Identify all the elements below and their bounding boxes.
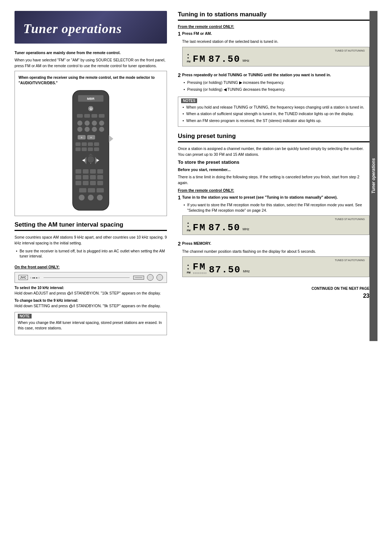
svg-rect-27: [82, 147, 87, 151]
svg-point-55: [97, 195, 103, 200]
on-front-panel-label: On the front panel ONLY:: [15, 265, 167, 269]
svg-rect-50: [79, 188, 86, 192]
sidebar-label: Tuner operations: [369, 11, 377, 341]
display-freq1: 87.50: [208, 54, 240, 64]
am-intro: Some countries space AM stations 9 kHz a…: [15, 235, 167, 246]
front-panel-illustration: JVC ○ ●● ● ○ ────: [15, 272, 167, 283]
continued-text: CONTINUED ON THE NEXT PAGE: [178, 287, 369, 291]
preset-display-fm2: FM: [193, 262, 207, 272]
preset-from-remote: From the remote control ONLY:: [178, 188, 369, 192]
svg-rect-42: [75, 175, 81, 179]
preset-step1-content: Tune in to the station you want to prese…: [182, 195, 369, 239]
svg-text:+: +: [90, 136, 92, 139]
svg-rect-52: [97, 188, 104, 192]
step2-num: 2: [178, 72, 181, 78]
left-column: Tuner operations Tuner operations are ma…: [15, 11, 167, 341]
svg-rect-43: [83, 175, 89, 179]
preset-intro: Once a station is assigned a channel num…: [178, 146, 369, 158]
step2-heading: Press repeatedly or hold TUNING or TUNIN…: [182, 73, 331, 77]
svg-marker-21: [109, 135, 113, 142]
to-select-text: Hold down ADJUST and press ⏻/I STANDBY/O…: [15, 291, 167, 296]
remote-control-image: MBR ⏻: [19, 89, 163, 212]
svg-point-9: [77, 121, 82, 126]
preset-display1: TUNED ST AUTOTUNING ▲▼ FM FM 87.50 MHz: [182, 215, 369, 235]
step2-bullet2: Pressing (or holding) ◀ TUNING decreases…: [182, 87, 369, 92]
tuning-step2: 2 Press repeatedly or hold TUNING or TUN…: [178, 72, 369, 94]
preset-step2: 2 Press MEMORY. The channel number posit…: [178, 241, 369, 281]
note2: When a station of sufficient signal stre…: [181, 111, 366, 117]
svg-text:◀: ◀: [82, 158, 85, 162]
step2-bullet1: Pressing (or holding) TUNING ▶ increases…: [182, 80, 369, 85]
svg-point-12: [99, 121, 104, 126]
band-label-left: ▲▼ FM: [187, 53, 191, 64]
svg-rect-29: [94, 147, 99, 151]
preset-step2-content: Press MEMORY. The channel number positio…: [182, 241, 369, 281]
svg-rect-38: [75, 169, 81, 174]
band-fm: FM: [187, 60, 191, 63]
to-change-text: Hold down SETTING and press ⏻/I STANDBY/…: [15, 303, 167, 309]
note3: When an FM stereo program is received, t…: [181, 118, 366, 123]
display-unit1: MHz: [242, 59, 249, 62]
step2-content: Press repeatedly or hold TUNING or TUNIN…: [182, 72, 369, 94]
preset-step1-bullet: If you want to store the FM reception mo…: [182, 202, 369, 213]
svg-rect-24: [88, 142, 93, 146]
store-preset-title: To store the preset stations: [178, 159, 369, 165]
preset-display-top-label: TUNED ST AUTOTUNING: [335, 218, 365, 220]
note-header: NOTE: [18, 314, 32, 318]
preset-step2-num: 2: [178, 241, 181, 247]
svg-rect-23: [82, 142, 87, 146]
svg-rect-40: [90, 169, 96, 174]
step1-num: 1: [178, 31, 181, 37]
before-text: There is a time limit in doing the follo…: [178, 174, 369, 186]
svg-rect-5: [77, 114, 83, 118]
svg-text:MBR: MBR: [87, 97, 95, 101]
svg-point-10: [85, 121, 90, 126]
svg-rect-46: [75, 181, 81, 185]
svg-rect-25: [94, 142, 99, 146]
svg-text:⏻: ⏻: [89, 107, 93, 110]
preset-display-freq1: 87.50: [208, 223, 240, 232]
svg-rect-47: [83, 181, 89, 185]
preset-display2: TUNED ST AUTOTUNING ▲▼ FM FM ▫▫▫▫▫▫▫▫: [182, 256, 369, 277]
step1-content: Press FM or AM. The last received statio…: [182, 31, 369, 70]
preset-display2-top-label: TUNED ST AUTOTUNING: [335, 259, 365, 261]
intro-bold: Tuner operations are mainly done from th…: [15, 50, 167, 56]
preset-step1-num: 1: [178, 195, 181, 200]
preset-step1: 1 Tune in to the station you want to pre…: [178, 195, 369, 239]
preset-band-label-left: ▲▼ FM: [187, 221, 191, 232]
svg-rect-28: [88, 147, 93, 151]
display-top-label: TUNED ST AUTOTUNING: [335, 49, 365, 52]
remote-box-text: When operating the receiver using the re…: [19, 75, 163, 86]
svg-rect-45: [97, 175, 103, 179]
tuning-section-title: Tuning in to stations manually: [178, 11, 369, 21]
tuning-from-remote: From the remote control ONLY:: [178, 24, 369, 29]
preset-display-freq2: 87.50: [209, 265, 241, 275]
right-col-inner: Tuning in to stations manually From the …: [178, 11, 369, 341]
intro-text: When you have selected "FM" or "AM" by u…: [15, 57, 167, 69]
svg-rect-44: [90, 175, 96, 179]
tuning-step1: 1 Press FM or AM. The last received stat…: [178, 31, 369, 70]
tuning-section: Tuning in to stations manually From the …: [178, 11, 369, 127]
preset-section: Using preset tuning Once a station is as…: [178, 133, 369, 281]
title-box: Tuner operations: [15, 11, 167, 44]
svg-rect-51: [88, 188, 95, 192]
tuning-notes-box: NOTES When you hold and release TUNING o…: [178, 97, 369, 127]
svg-point-13: [77, 127, 82, 132]
page-number: 23: [178, 293, 369, 299]
jvc-logo: JVC: [19, 275, 28, 280]
svg-rect-7: [91, 114, 97, 118]
am-note-box: NOTE When you change the AM tuner interv…: [15, 312, 167, 336]
svg-text:▶: ▶: [97, 158, 99, 162]
preset-step1-heading: Tune in to the station you want to prese…: [182, 195, 338, 199]
preset-display-unit1: MHz: [242, 227, 249, 231]
svg-point-15: [92, 127, 97, 132]
am-section: Setting the AM tuner interval spacing So…: [15, 221, 167, 335]
to-change-label: To change back to the 9 kHz interval:: [15, 299, 167, 303]
remote-note-box: When operating the receiver using the re…: [15, 71, 167, 216]
notes-header: NOTES: [181, 98, 197, 103]
svg-point-53: [79, 195, 85, 200]
svg-rect-26: [75, 147, 81, 151]
svg-rect-39: [83, 169, 89, 174]
am-note-text: When you change the AM tuner interval sp…: [18, 320, 164, 332]
preset-display-fm1: FM: [193, 223, 206, 232]
